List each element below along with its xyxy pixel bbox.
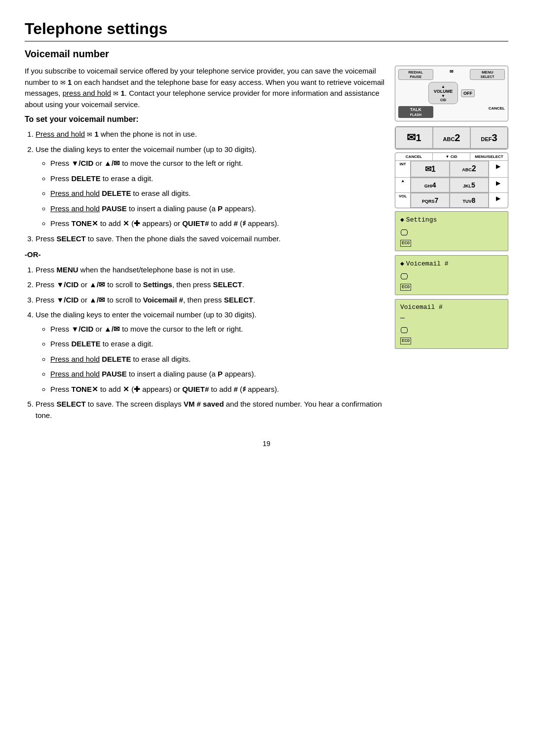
key-4: GHI4 <box>411 178 450 192</box>
key-2: ABC2 <box>433 127 470 149</box>
eco-icon-2: 🖵 <box>400 272 503 282</box>
section-title: Voicemail number <box>25 48 508 60</box>
or-step-2: Press ▼/CID or ▲/✉ to scroll to Settings… <box>36 279 385 291</box>
phone-diagram: REDIALPAUSE ✉ MENUSELECT ▲ VOLUME ▼ CID … <box>395 66 508 121</box>
bullet-2e: Press TONE✕ to add ✕ (✚ appears) or QUIE… <box>50 218 385 229</box>
edge-right-3: ▶ <box>489 193 508 208</box>
step-3: Press SELECT to save. Then the phone dia… <box>36 233 385 245</box>
settings-arrow-icon: ◆ <box>400 216 404 224</box>
step-1: Press and hold ✉ 1 when the phone is not… <box>36 129 385 140</box>
key-2-small: ABC2 <box>450 161 489 177</box>
subsection-title: To set your voicemail number: <box>25 115 385 124</box>
or-bullet-4a: Press ▼/CID or ▲/✉ to move the cursor to… <box>50 324 385 335</box>
menu-select-btn: MENU/SELECT <box>470 153 508 160</box>
screen-settings: ◆Settings 🖵 ECO <box>395 211 508 251</box>
cancel-btn: CANCEL <box>470 106 505 118</box>
edge-right-1: ▶ <box>489 161 508 177</box>
or-bullet-4d: Press and hold PAUSE to insert a dialing… <box>50 369 385 380</box>
bullet-2c: Press and hold DELETE to erase all digit… <box>50 188 385 199</box>
int-btn: INT <box>395 161 411 177</box>
voicemail-dash: — <box>400 314 503 322</box>
or-step-5: Press SELECT to save. The screen display… <box>36 399 385 421</box>
or-step-1: Press MENU when the handset/telephone ba… <box>36 265 385 276</box>
cid-small-btn: ▼ CID <box>433 153 470 160</box>
talk-btn: TALKFLASH <box>398 106 433 118</box>
off-btn: OFF <box>461 89 475 97</box>
eco-icon-1: 🖵 <box>400 228 503 238</box>
edge-right-2: ▶ <box>489 178 508 192</box>
or-label: -OR- <box>25 249 385 261</box>
phone-top-buttons: REDIALPAUSE ✉ MENUSELECT <box>398 69 505 80</box>
screen-voicemail: ◆Voicemail # 🖵 ECO <box>395 255 508 295</box>
step-2: Use the dialing keys to enter the voicem… <box>36 144 385 229</box>
eco-badge-2: ECO <box>400 284 411 291</box>
or-step-4-bullets: Press ▼/CID or ▲/✉ to move the cursor to… <box>50 324 385 395</box>
eco-badge-3: ECO <box>400 338 411 344</box>
keypad-small: CANCEL ▼ CID MENU/SELECT INT ✉1 ABC2 ▶ ▲… <box>395 152 508 208</box>
key-5: JKL5 <box>450 178 489 192</box>
bullet-2a: Press ▼/CID or ▲/✉ to move the cursor to… <box>50 158 385 169</box>
bullet-2d: Press and hold PAUSE to insert a dialing… <box>50 203 385 215</box>
cancel-small-btn: CANCEL <box>395 153 433 160</box>
keypad-large: ✉1 ABC2 DEF3 <box>395 126 508 150</box>
intro-text: If you subscribe to voicemail service of… <box>25 66 385 110</box>
side-panel: REDIALPAUSE ✉ MENUSELECT ▲ VOLUME ▼ CID … <box>395 66 508 425</box>
eco-badge-1: ECO <box>400 240 411 247</box>
screen-voicemail-entry: Voicemail # — 🖵 ECO <box>395 299 508 349</box>
key-3: DEF3 <box>470 127 508 149</box>
or-bullet-4b: Press DELETE to erase a digit. <box>50 339 385 350</box>
page-number: 19 <box>25 440 508 448</box>
or-bullet-4e: Press TONE✕ to add ✕ (✚ appears) or QUIE… <box>50 384 385 395</box>
key-8: TUV8 <box>450 193 489 208</box>
phone-bottom-row: TALKFLASH CANCEL <box>398 106 505 118</box>
or-bullet-4c: Press and hold DELETE to erase all digit… <box>50 354 385 365</box>
volume-btn: ▲ VOLUME ▼ CID <box>428 82 458 104</box>
or-step-4: Use the dialing keys to enter the voicem… <box>36 309 385 395</box>
screen-voicemail-entry-title: Voicemail # <box>400 303 503 311</box>
eco-icon-3: 🖵 <box>400 326 503 336</box>
or-step-3: Press ▼/CID or ▲/✉ to scroll to Voicemai… <box>36 295 385 306</box>
key-mail-1: ✉1 <box>395 127 433 149</box>
or-instructions-list: Press MENU when the handset/telephone ba… <box>36 265 385 421</box>
vol-btn: VOL <box>395 193 411 208</box>
step-2-bullets: Press ▼/CID or ▲/✉ to move the cursor to… <box>50 158 385 229</box>
screen-settings-title: ◆Settings <box>400 216 503 224</box>
redial-btn: REDIALPAUSE <box>398 69 433 80</box>
key-mail-1-small: ✉1 <box>411 161 450 177</box>
voicemail-arrow-icon: ◆ <box>400 260 404 267</box>
main-content: If you subscribe to voicemail service of… <box>25 66 395 425</box>
key-7: PQRS7 <box>411 193 450 208</box>
instructions-list: Press and hold ✉ 1 when the phone is not… <box>36 129 385 244</box>
up-btn: ▲ <box>395 178 411 192</box>
menu-btn: MENUSELECT <box>470 69 505 80</box>
phone-center: ▲ VOLUME ▼ CID OFF <box>398 82 505 104</box>
bullet-2b: Press DELETE to erase a digit. <box>50 173 385 185</box>
screen-voicemail-title: ◆Voicemail # <box>400 260 503 267</box>
page-title: Telephone settings <box>25 20 508 41</box>
